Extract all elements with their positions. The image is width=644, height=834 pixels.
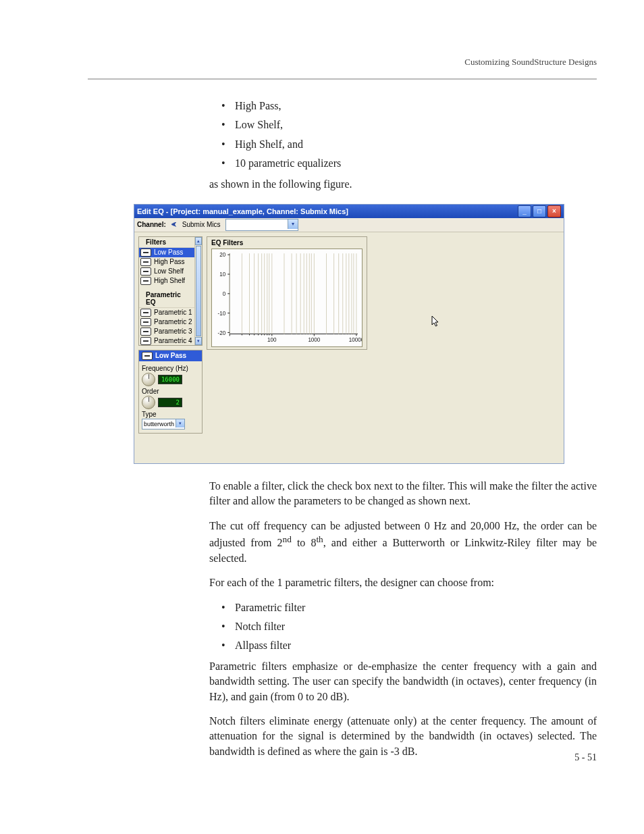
paragraph: For each of the 1 parametric filters, th… bbox=[209, 575, 597, 590]
list-item: High Pass, bbox=[221, 99, 597, 113]
filter-label: Parametric 4 bbox=[154, 337, 192, 344]
channel-label: Channel: bbox=[137, 221, 166, 228]
channel-name: Submix Mics bbox=[182, 221, 221, 228]
eq-graph-panel: EQ Filters bbox=[207, 236, 367, 350]
graph-title: EQ Filters bbox=[207, 237, 367, 247]
parametric-item[interactable]: Parametric 4 bbox=[139, 336, 194, 345]
page-number: 5 - 51 bbox=[574, 752, 597, 763]
bypass-toggle[interactable] bbox=[140, 249, 151, 257]
list-item: 10 parametric equalizers bbox=[221, 156, 597, 171]
parametric-item[interactable]: Parametric 2 bbox=[139, 317, 194, 327]
svg-text:-20: -20 bbox=[218, 330, 226, 336]
filter-label: Parametric 3 bbox=[154, 328, 192, 335]
bypass-toggle[interactable] bbox=[142, 352, 153, 360]
svg-text:20: 20 bbox=[219, 252, 225, 258]
paragraph: Notch filters eliminate energy (attenuat… bbox=[209, 714, 597, 759]
svg-text:0: 0 bbox=[223, 291, 226, 297]
filter-item-highshelf[interactable]: High Shelf bbox=[139, 276, 194, 286]
filters-panel: Filters Low Pass High Pass Low Shelf bbox=[138, 236, 203, 346]
svg-text:10000: 10000 bbox=[349, 337, 362, 343]
paragraph: Parametric filters emphasize or de-empha… bbox=[209, 659, 597, 704]
filter-label: High Pass bbox=[154, 258, 185, 265]
svg-text:1000: 1000 bbox=[308, 337, 320, 343]
scrollbar[interactable]: ▴ ▾ bbox=[194, 237, 202, 345]
list-item: Allpass filter bbox=[221, 638, 597, 653]
order-label: Order bbox=[142, 388, 199, 395]
filter-item-highpass[interactable]: High Pass bbox=[139, 257, 194, 267]
bullet-list-top: High Pass, Low Shelf, High Shelf, and 10… bbox=[209, 99, 597, 172]
bypass-toggle[interactable] bbox=[140, 258, 151, 266]
bypass-toggle[interactable] bbox=[140, 267, 151, 276]
bypass-toggle[interactable] bbox=[140, 328, 151, 336]
scroll-up-icon[interactable]: ▴ bbox=[195, 237, 202, 245]
bypass-toggle[interactable] bbox=[140, 318, 151, 326]
bypass-toggle[interactable] bbox=[140, 277, 151, 285]
parametric-header: Parametric EQ bbox=[139, 290, 194, 308]
order-value[interactable]: 2 bbox=[158, 398, 182, 407]
svg-text:-10: -10 bbox=[218, 311, 226, 317]
window-title: Edit EQ - [Project: manual_example, Chan… bbox=[137, 207, 518, 215]
header-rule bbox=[88, 78, 597, 80]
filter-item-lowshelf[interactable]: Low Shelf bbox=[139, 267, 194, 276]
bullet-list-param: Parametric filter Notch filter Allpass f… bbox=[209, 600, 597, 654]
list-item: Low Shelf, bbox=[221, 118, 597, 132]
scroll-thumb[interactable] bbox=[196, 246, 201, 336]
parametric-item[interactable]: Parametric 1 bbox=[139, 308, 194, 317]
eq-graph[interactable]: 20 10 0 -10 -20 bbox=[211, 249, 363, 347]
chevron-down-icon: ▾ bbox=[176, 419, 184, 427]
minimize-button[interactable]: _ bbox=[518, 205, 531, 217]
frequency-value[interactable]: 16000 bbox=[158, 375, 182, 384]
scroll-down-icon[interactable]: ▾ bbox=[195, 337, 202, 345]
detail-title: Low Pass bbox=[139, 350, 202, 361]
filter-label: Low Pass bbox=[154, 249, 183, 256]
close-button[interactable]: × bbox=[547, 205, 561, 217]
bypass-toggle[interactable] bbox=[140, 337, 151, 345]
svg-text:10: 10 bbox=[219, 271, 225, 278]
filter-label: Parametric 2 bbox=[154, 318, 192, 325]
list-item: Notch filter bbox=[221, 619, 597, 634]
chapter-title: Customizing SoundStructure Designs bbox=[464, 57, 597, 68]
filter-label: High Shelf bbox=[154, 277, 185, 284]
cursor-icon bbox=[431, 315, 441, 330]
order-knob[interactable] bbox=[142, 396, 155, 409]
parametric-item[interactable]: Parametric 3 bbox=[139, 327, 194, 336]
channel-prev-icon[interactable]: ⮜ bbox=[170, 221, 178, 229]
filter-detail-panel: Low Pass Frequency (Hz) 16000 Order 2 bbox=[138, 350, 203, 434]
maximize-button[interactable]: □ bbox=[533, 205, 546, 217]
filter-label: Parametric 1 bbox=[154, 309, 192, 316]
channel-bar: Channel: ⮜ Submix Mics ▾ bbox=[134, 218, 564, 232]
type-select[interactable]: butterworth ▾ bbox=[142, 419, 185, 429]
paragraph: as shown in the following figure. bbox=[209, 177, 597, 192]
frequency-label: Frequency (Hz) bbox=[142, 365, 199, 372]
titlebar[interactable]: Edit EQ - [Project: manual_example, Chan… bbox=[134, 205, 564, 218]
svg-text:100: 100 bbox=[267, 337, 277, 343]
edit-eq-window: Edit EQ - [Project: manual_example, Chan… bbox=[134, 204, 564, 464]
bypass-toggle[interactable] bbox=[140, 309, 151, 317]
frequency-knob[interactable] bbox=[142, 373, 155, 386]
chevron-down-icon: ▾ bbox=[288, 219, 298, 229]
list-item: Parametric filter bbox=[221, 600, 597, 615]
filters-header: Filters bbox=[139, 237, 194, 248]
type-label: Type bbox=[142, 411, 199, 418]
paragraph: The cut off frequency can be adjusted be… bbox=[209, 519, 597, 567]
list-item: High Shelf, and bbox=[221, 137, 597, 152]
paragraph: To enable a filter, click the check box … bbox=[209, 479, 597, 509]
filter-item-lowpass[interactable]: Low Pass bbox=[139, 248, 194, 257]
filter-label: Low Shelf bbox=[154, 267, 184, 275]
channel-select[interactable]: ▾ bbox=[225, 219, 298, 231]
